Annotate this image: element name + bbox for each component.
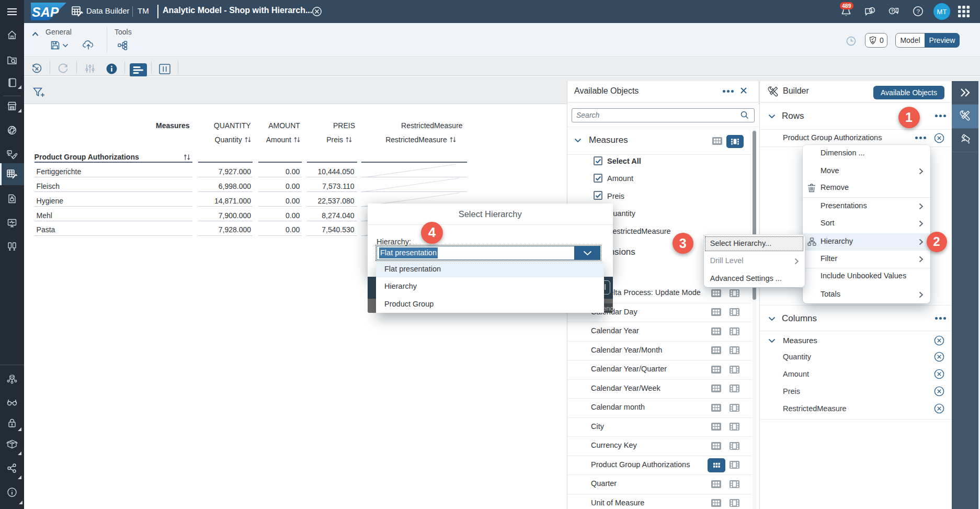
svg-text:?: ? [916,8,919,15]
svg-text:SAP: SAP [32,5,59,19]
svg-text:?: ? [891,8,894,14]
